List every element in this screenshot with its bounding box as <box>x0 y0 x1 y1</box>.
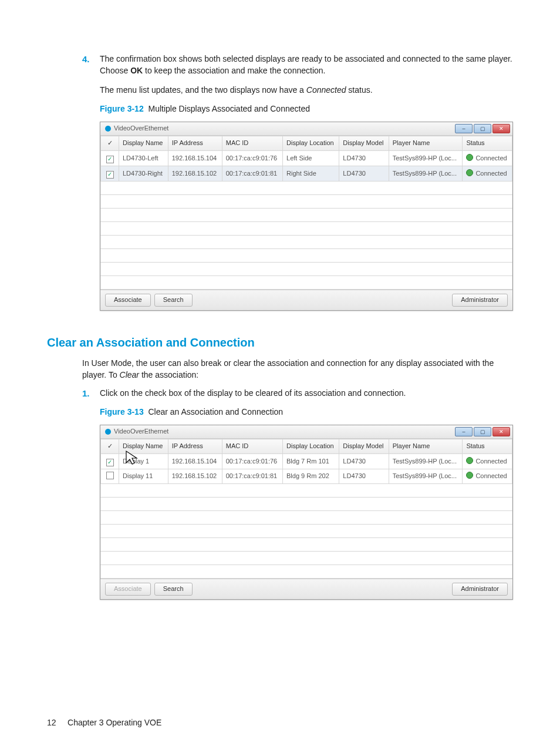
search-button[interactable]: Search <box>154 294 193 307</box>
status-text: Connected <box>306 85 346 95</box>
grid-header-row: ✓ Display Name IP Address MAC ID Display… <box>101 136 512 151</box>
cell-location: Bldg 9 Rm 202 <box>283 469 339 484</box>
cell-location: Right Side <box>283 166 339 182</box>
step-number: 4. <box>82 53 100 321</box>
col-check[interactable]: ✓ <box>101 136 119 151</box>
administrator-button[interactable]: Administrator <box>452 294 508 307</box>
table-row[interactable]: Display 11 192.168.15.102 00:17:ca:c9:01… <box>101 469 512 484</box>
step-1: 1. Click on the check box of the display… <box>82 387 513 610</box>
row-checkbox[interactable]: ✓ <box>106 459 114 466</box>
page-footer: 12 Chapter 3 Operating VOE <box>47 717 161 728</box>
cell-model: LD4730 <box>339 469 389 484</box>
cell-ip: 192.168.15.104 <box>168 454 222 469</box>
cell-model: LD4730 <box>339 454 389 469</box>
chapter-title: Chapter 3 Operating VOE <box>68 718 161 727</box>
cell-ip: 192.168.15.104 <box>168 151 222 166</box>
col-model[interactable]: Display Model <box>339 136 389 151</box>
row-checkbox[interactable]: ✓ <box>106 156 114 163</box>
cell-name: Display 1 <box>119 454 168 469</box>
cell-name: LD4730-Left <box>119 151 168 166</box>
cell-status: Connected <box>463 454 512 469</box>
step-4: 4. The confirmation box shows both selec… <box>82 53 513 321</box>
hp-logo-icon <box>105 126 111 132</box>
section-heading: Clear an Association and Connection <box>47 334 513 351</box>
col-display-name[interactable]: Display Name <box>119 136 168 151</box>
cell-ip: 192.168.15.102 <box>168 166 222 182</box>
figure-3-12-caption: Figure 3-12 Multiple Displays Associated… <box>100 103 513 115</box>
window-footer: Associate Search Administrator <box>100 579 512 599</box>
step-body: Click on the check box of the display to… <box>100 387 513 610</box>
cell-status: Connected <box>463 166 512 182</box>
status-ok-icon <box>466 169 473 176</box>
window-controls: – ▢ ✕ <box>455 124 510 133</box>
col-display-name[interactable]: Display Name <box>119 439 168 454</box>
step-body: The confirmation box shows both selected… <box>100 53 513 321</box>
display-grid: ✓ Display Name IP Address MAC ID Display… <box>100 439 512 579</box>
maximize-button[interactable]: ▢ <box>474 427 491 436</box>
cell-model: LD4730 <box>339 151 389 166</box>
col-ip[interactable]: IP Address <box>168 439 222 454</box>
cell-player: TestSys899-HP (Loc... <box>389 469 463 484</box>
hp-logo-icon <box>105 429 111 435</box>
figure-label: Figure 3-13 <box>100 407 144 416</box>
close-button[interactable]: ✕ <box>492 124 510 133</box>
cell-location: Bldg 7 Rm 101 <box>283 454 339 469</box>
minimize-button[interactable]: – <box>455 124 473 133</box>
col-location[interactable]: Display Location <box>283 439 339 454</box>
table-row[interactable]: ✓ LD4730-Left 192.168.15.104 00:17:ca:c9… <box>101 151 512 166</box>
cell-mac: 00:17:ca:c9:01:81 <box>222 166 282 182</box>
display-grid: ✓ Display Name IP Address MAC ID Display… <box>100 136 512 290</box>
col-player[interactable]: Player Name <box>389 136 463 151</box>
window-footer: Associate Search Administrator <box>100 290 512 310</box>
cell-name: LD4730-Right <box>119 166 168 182</box>
window-titlebar[interactable]: VideoOverEthernet – ▢ ✕ <box>100 122 512 136</box>
cell-player: TestSys899-HP (Loc... <box>389 166 463 182</box>
ok-text: OK <box>130 66 143 75</box>
associate-button[interactable]: Associate <box>105 583 151 596</box>
administrator-button[interactable]: Administrator <box>452 583 508 596</box>
step4-para1: The confirmation box shows both selected… <box>100 53 513 77</box>
table-row[interactable]: ✓ LD4730-Right 192.168.15.102 00:17:ca:c… <box>101 166 512 182</box>
figure-title: Multiple Displays Associated and Connect… <box>148 104 310 113</box>
text: status. <box>346 85 372 95</box>
status-ok-icon <box>466 154 473 161</box>
cell-mac: 00:17:ca:c9:01:76 <box>222 454 282 469</box>
col-location[interactable]: Display Location <box>283 136 339 151</box>
window-titlebar[interactable]: VideoOverEthernet – ▢ ✕ <box>100 425 512 439</box>
cell-mac: 00:17:ca:c9:01:76 <box>222 151 282 166</box>
text: The menu list updates, and the two displ… <box>100 85 306 95</box>
window-title: VideoOverEthernet <box>114 124 168 133</box>
row-checkbox[interactable] <box>106 472 114 479</box>
figure-3-13-caption: Figure 3-13 Clear an Association and Con… <box>100 406 513 418</box>
status-ok-icon <box>466 472 473 479</box>
col-mac[interactable]: MAC ID <box>222 136 282 151</box>
cell-name: Display 11 <box>119 469 168 484</box>
table-row[interactable]: ✓ Display 1 192.168.15.104 00:17:ca:c9:0… <box>101 454 512 469</box>
search-button[interactable]: Search <box>154 583 193 596</box>
col-player[interactable]: Player Name <box>389 439 463 454</box>
close-button[interactable]: ✕ <box>492 427 510 436</box>
grid-header-row: ✓ Display Name IP Address MAC ID Display… <box>101 439 512 454</box>
cell-player: TestSys899-HP (Loc... <box>389 151 463 166</box>
figure-label: Figure 3-12 <box>100 104 144 113</box>
section-intro: In User Mode, the user can also break or… <box>82 357 513 381</box>
col-mac[interactable]: MAC ID <box>222 439 282 454</box>
cell-ip: 192.168.15.102 <box>168 469 222 484</box>
col-model[interactable]: Display Model <box>339 439 389 454</box>
cell-model: LD4730 <box>339 166 389 182</box>
col-status[interactable]: Status <box>463 439 512 454</box>
page: 4. The confirmation box shows both selec… <box>0 0 560 746</box>
col-check[interactable]: ✓ <box>101 439 119 454</box>
screenshot-figure-3-12: VideoOverEthernet – ▢ ✕ ✓ Display Name I… <box>100 122 513 311</box>
maximize-button[interactable]: ▢ <box>474 124 491 133</box>
associate-button[interactable]: Associate <box>105 294 151 307</box>
step1-text: Click on the check box of the display to… <box>100 387 513 399</box>
intro-paragraph: In User Mode, the user can also break or… <box>82 357 513 381</box>
col-ip[interactable]: IP Address <box>168 136 222 151</box>
row-checkbox[interactable]: ✓ <box>106 171 114 179</box>
minimize-button[interactable]: – <box>455 427 473 436</box>
status-ok-icon <box>466 457 473 464</box>
col-status[interactable]: Status <box>463 136 512 151</box>
cell-player: TestSys899-HP (Loc... <box>389 454 463 469</box>
text: the association: <box>139 370 198 379</box>
